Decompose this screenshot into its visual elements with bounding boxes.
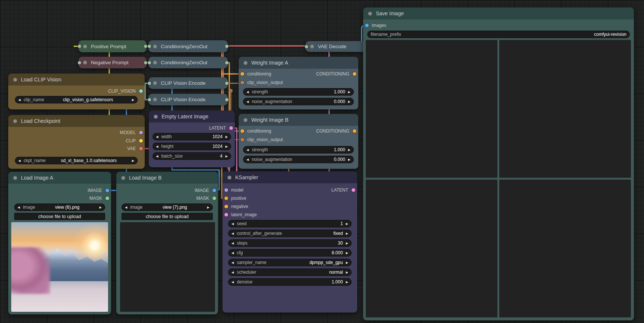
increment-arrow-icon[interactable]: ▶	[348, 100, 350, 103]
input-port[interactable]	[148, 81, 151, 85]
increment-arrow-icon[interactable]: ▶	[226, 145, 228, 148]
widget-noise-augmentation[interactable]: ◀ noise_augmentation 0.000 ▶	[243, 98, 354, 105]
latent-image-input-port[interactable]	[224, 213, 228, 217]
next-arrow-icon[interactable]: ▶	[132, 159, 134, 162]
widget-cfg[interactable]: ◀ cfg 8.000 ▶	[228, 249, 352, 257]
decrement-arrow-icon[interactable]: ◀	[231, 251, 234, 255]
decrement-arrow-icon[interactable]: ◀	[156, 135, 158, 139]
model-output-port[interactable]	[139, 131, 143, 134]
collapse-toggle-icon[interactable]	[153, 81, 157, 85]
collapse-toggle-icon[interactable]	[153, 97, 157, 102]
widget-clip-name[interactable]: ◀ clip_name clip_vision_g.safetensors ▶	[15, 96, 138, 103]
next-arrow-icon[interactable]: ▶	[132, 98, 134, 102]
prev-arrow-icon[interactable]: ◀	[231, 232, 234, 235]
node-header[interactable]: KSampler	[223, 171, 357, 183]
widget-noise-augmentation[interactable]: ◀ noise_augmentation 0.000 ▶	[243, 156, 354, 163]
input-port[interactable]	[148, 98, 151, 101]
node-conditioning-zero-out-2[interactable]: ConditioningZeroOut	[148, 57, 228, 68]
widget-height[interactable]: ◀ height 1024 ▶	[153, 143, 231, 150]
increment-arrow-icon[interactable]: ▶	[346, 242, 348, 245]
node-weight-image-b[interactable]: Weight Image B conditioning CONDITIONING…	[239, 114, 358, 169]
node-header[interactable]: Load CLIP Vision	[8, 74, 145, 86]
node-conditioning-zero-out-1[interactable]: ConditioningZeroOut	[148, 40, 228, 52]
image-output-port[interactable]	[212, 189, 216, 192]
conditioning-input-port[interactable]	[240, 129, 244, 133]
image-output-port[interactable]	[105, 189, 109, 192]
collapse-toggle-icon[interactable]	[153, 60, 157, 65]
decrement-arrow-icon[interactable]: ◀	[156, 155, 158, 158]
widget-strength[interactable]: ◀ strength 1.000 ▶	[243, 88, 354, 96]
collapse-toggle-icon[interactable]	[121, 176, 125, 180]
node-header[interactable]: Empty Latent Image	[149, 111, 235, 122]
node-positive-prompt[interactable]: Positive Prompt	[79, 40, 147, 52]
collapse-toggle-icon[interactable]	[154, 115, 158, 119]
widget-image-file[interactable]: ◀ image view (7).png ▶	[122, 204, 213, 211]
images-input-port[interactable]	[365, 24, 369, 27]
conditioning-output-port[interactable]	[353, 129, 356, 133]
node-load-image-a[interactable]: Load Image A IMAGE MASK ◀ image view (6)…	[8, 172, 111, 314]
clip-vision-output-input-port[interactable]	[240, 81, 244, 84]
latent-output-port[interactable]	[229, 126, 233, 130]
widget-denoise[interactable]: ◀ denoise 1.000 ▶	[228, 278, 352, 286]
node-header[interactable]: Load Image B	[116, 172, 218, 184]
node-save-image[interactable]: Save Image images filename_prefix comfyu…	[363, 7, 634, 320]
output-port[interactable]	[225, 61, 229, 64]
prev-arrow-icon[interactable]: ◀	[18, 206, 20, 209]
input-port[interactable]	[305, 45, 308, 48]
widget-strength[interactable]: ◀ strength 1.000 ▶	[243, 146, 354, 153]
increment-arrow-icon[interactable]: ▶	[348, 148, 350, 152]
clip-vision-output-input-port[interactable]	[240, 138, 244, 142]
vae-output-port[interactable]	[139, 147, 143, 150]
node-header[interactable]: Load Image A	[8, 172, 111, 184]
widget-ckpt-name[interactable]: ◀ ckpt_name sd_xl_base_1.0.safetensors ▶	[15, 157, 138, 164]
node-load-clip-vision[interactable]: Load CLIP Vision CLIP_VISION ◀ clip_name…	[8, 74, 145, 109]
collapse-toggle-icon[interactable]	[13, 119, 17, 123]
node-ksampler[interactable]: KSampler model LATENT positive negative …	[223, 171, 357, 313]
widget-steps[interactable]: ◀ steps 30 ▶	[228, 239, 352, 247]
increment-arrow-icon[interactable]: ▶	[346, 222, 348, 226]
widget-width[interactable]: ◀ width 1024 ▶	[153, 133, 231, 140]
widget-sampler-name[interactable]: ◀ sampler_name dpmpp_sde_gpu ▶	[228, 259, 352, 266]
widget-image-file[interactable]: ◀ image view (6).png ▶	[14, 204, 105, 211]
positive-input-port[interactable]	[224, 196, 228, 200]
node-load-image-b[interactable]: Load Image B IMAGE MASK ◀ image view (7)…	[116, 172, 218, 314]
increment-arrow-icon[interactable]: ▶	[226, 155, 228, 158]
widget-filename-prefix[interactable]: filename_prefix comfyui-revision	[367, 31, 630, 38]
mask-output-port[interactable]	[105, 196, 109, 200]
mask-output-port[interactable]	[212, 196, 216, 200]
output-port[interactable]	[225, 45, 229, 48]
widget-control-after-generate[interactable]: ◀ control_after_generate fixed ▶	[228, 230, 352, 237]
node-header[interactable]: Weight Image B	[239, 114, 358, 126]
input-port[interactable]	[148, 45, 151, 48]
collapse-toggle-icon[interactable]	[227, 176, 231, 180]
output-port[interactable]	[225, 98, 229, 101]
decrement-arrow-icon[interactable]: ◀	[231, 280, 234, 284]
collapse-toggle-icon[interactable]	[83, 60, 87, 65]
collapse-toggle-icon[interactable]	[13, 78, 17, 82]
node-weight-image-a[interactable]: Weight Image A conditioning CONDITIONING…	[239, 57, 358, 109]
node-vae-decode[interactable]: VAE Decode	[306, 41, 369, 52]
collapse-toggle-icon[interactable]	[83, 44, 87, 49]
choose-file-button[interactable]: choose file to upload	[122, 213, 213, 220]
node-clip-vision-encode-2[interactable]: CLIP Vision Encode	[148, 94, 228, 105]
output-port[interactable]	[144, 45, 147, 48]
collapse-toggle-icon[interactable]	[13, 176, 17, 180]
node-clip-vision-encode-1[interactable]: CLIP Vision Encode	[148, 77, 228, 89]
comfyui-graph-canvas[interactable]: Positive Prompt Negative Prompt Conditio…	[0, 0, 644, 323]
clip-vision-output-port[interactable]	[139, 89, 143, 93]
node-header[interactable]: Load Checkpoint	[8, 115, 145, 127]
collapse-toggle-icon[interactable]	[310, 44, 314, 49]
increment-arrow-icon[interactable]: ▶	[226, 135, 228, 139]
prev-arrow-icon[interactable]: ◀	[18, 159, 21, 162]
output-port[interactable]	[225, 81, 229, 85]
increment-arrow-icon[interactable]: ▶	[348, 90, 350, 94]
collapse-toggle-icon[interactable]	[243, 61, 248, 65]
collapse-toggle-icon[interactable]	[243, 118, 248, 122]
input-port[interactable]	[78, 61, 81, 64]
clip-output-port[interactable]	[139, 139, 143, 143]
prev-arrow-icon[interactable]: ◀	[231, 261, 234, 264]
node-header[interactable]: Save Image	[363, 7, 634, 19]
decrement-arrow-icon[interactable]: ◀	[246, 158, 249, 161]
input-port[interactable]	[78, 45, 81, 48]
model-input-port[interactable]	[224, 188, 228, 192]
